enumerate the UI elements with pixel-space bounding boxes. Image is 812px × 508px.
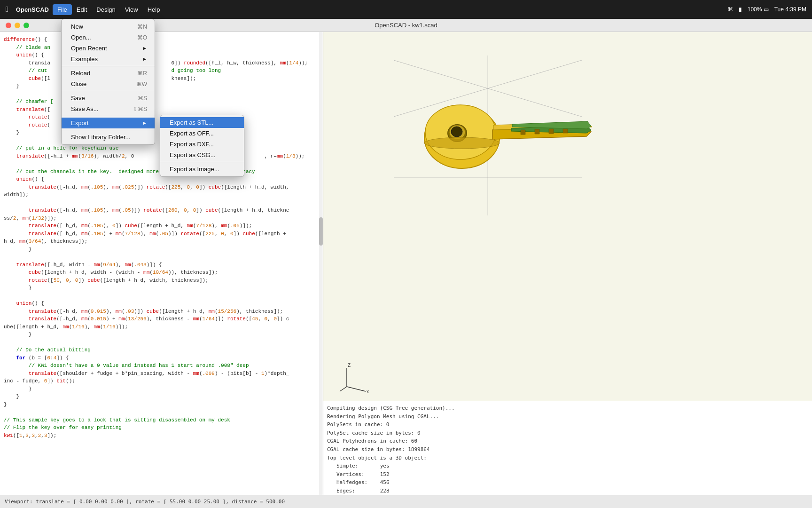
console-line-11: Edges: 228	[327, 487, 808, 495]
battery-level: 100% ▭	[748, 6, 769, 13]
menu-separator-3	[62, 116, 155, 116]
menubar-edit[interactable]: Edit	[72, 4, 92, 15]
console-line-6: CGAL cache size in bytes: 1899864	[327, 445, 808, 454]
menu-item-save-as-shortcut: ⇧⌘S	[133, 106, 147, 112]
3d-key-rendering	[370, 56, 605, 220]
svg-point-17	[424, 137, 500, 149]
viewport-panel: Z x Compiling design (CSG Tree generatio…	[323, 32, 812, 495]
menu-item-export-image[interactable]: Export as Image...	[160, 164, 244, 175]
menu-item-reload-label: Reload	[71, 70, 90, 77]
axis-indicator: Z x	[337, 363, 366, 391]
menu-item-save-shortcut: ⌘S	[138, 95, 147, 102]
console-panel: Compiling design (CSG Tree generation)..…	[323, 401, 812, 495]
open-recent-arrow-icon: ►	[142, 46, 147, 51]
menu-item-new[interactable]: New ⌘N	[62, 21, 155, 32]
viewport-status: Viewport: translate = [ 0.00 0.00 0.00 ]…	[5, 499, 285, 505]
wifi-icon: ⌘	[727, 6, 733, 13]
menubar-view[interactable]: View	[120, 4, 143, 15]
battery-icon: ▮	[739, 6, 742, 13]
menu-item-open[interactable]: Open... ⌘O	[62, 32, 155, 43]
menu-item-examples-label: Examples	[71, 56, 98, 63]
menubar-right: ⌘ ▮ 100% ▭ Tue 4:39 PM	[727, 6, 806, 13]
menu-item-export-off-label: Export as OFF...	[170, 130, 214, 137]
menu-item-examples[interactable]: Examples ►	[62, 54, 155, 64]
menu-item-show-library[interactable]: Show Library Folder...	[62, 132, 155, 143]
menu-item-export-stl-label: Export as STL...	[170, 119, 213, 126]
export-submenu-separator	[160, 162, 244, 162]
console-line-8: Simple: yes	[327, 462, 808, 470]
console-line-2: Rendering Polygon Mesh using CGAL...	[327, 413, 808, 421]
menu-item-export-dxf[interactable]: Export as DXF...	[160, 139, 244, 150]
menu-item-save-as[interactable]: Save As... ⇧⌘S	[62, 103, 155, 114]
menu-item-save[interactable]: Save ⌘S	[62, 93, 155, 103]
menu-separator-4	[62, 130, 155, 130]
menu-item-export-off[interactable]: Export as OFF...	[160, 128, 244, 139]
menu-separator-2	[62, 91, 155, 91]
menu-item-export-image-label: Export as Image...	[170, 166, 219, 173]
code-editor[interactable]: difference() { // blade an union() { tra…	[0, 32, 323, 495]
menu-item-save-label: Save	[71, 95, 85, 102]
menu-item-show-library-label: Show Library Folder...	[71, 134, 130, 141]
svg-point-8	[451, 127, 462, 137]
window-controls	[6, 23, 29, 28]
code-editor-panel[interactable]: difference() { // blade an union() { tra…	[0, 32, 323, 495]
menu-item-reload[interactable]: Reload ⌘R	[62, 68, 155, 79]
maximize-button[interactable]	[23, 23, 29, 28]
menu-item-export-dxf-label: Export as DXF...	[170, 141, 214, 148]
console-line-3: PolySets in cache: 0	[327, 421, 808, 429]
svg-marker-14	[535, 129, 539, 134]
scrollbar-track[interactable]	[319, 32, 323, 495]
menu-item-reload-shortcut: ⌘R	[137, 70, 147, 77]
menu-item-save-as-label: Save As...	[71, 105, 99, 112]
svg-marker-16	[563, 129, 568, 133]
clock: Tue 4:39 PM	[774, 6, 806, 13]
menubar-help[interactable]: Help	[143, 4, 165, 15]
menu-item-open-shortcut: ⌘O	[137, 34, 147, 41]
menu-item-new-shortcut: ⌘N	[137, 24, 147, 30]
svg-text:Z: Z	[348, 363, 351, 368]
menu-item-export[interactable]: Export ►	[62, 118, 155, 128]
export-submenu[interactable]: Export as STL... Export as OFF... Export…	[160, 115, 244, 177]
file-menu-dropdown[interactable]: New ⌘N Open... ⌘O Open Recent ► Examples…	[61, 19, 155, 145]
menu-item-open-recent[interactable]: Open Recent ►	[62, 43, 155, 54]
menu-item-open-recent-label: Open Recent	[71, 45, 107, 52]
menu-item-export-csg-label: Export as CSG...	[170, 151, 216, 159]
console-line-9: Vertices: 152	[327, 470, 808, 479]
apple-menu-icon[interactable]: 	[6, 5, 8, 14]
scrollbar-thumb[interactable]	[319, 217, 323, 246]
console-line-7: Top level object is a 3D object:	[327, 454, 808, 462]
statusbar: Viewport: translate = [ 0.00 0.00 0.00 ]…	[0, 495, 812, 508]
menubar-design[interactable]: Design	[92, 4, 120, 15]
3d-viewport[interactable]: Z x	[323, 32, 812, 401]
svg-marker-15	[549, 129, 554, 134]
menubar-file[interactable]: File	[53, 4, 72, 15]
menu-separator-1	[62, 66, 155, 66]
menu-item-export-label: Export	[71, 119, 89, 127]
menu-item-new-label: New	[71, 23, 83, 30]
export-arrow-icon: ►	[142, 120, 147, 126]
menu-item-close[interactable]: Close ⌘W	[62, 79, 155, 89]
svg-text:x: x	[367, 389, 369, 394]
console-line-1: Compiling design (CSG Tree generation)..…	[327, 404, 808, 413]
app-name: OpenSCAD	[16, 6, 49, 13]
svg-marker-13	[521, 130, 525, 135]
console-line-10: Halfedges: 456	[327, 478, 808, 487]
minimize-button[interactable]	[15, 23, 20, 28]
menu-item-close-label: Close	[71, 80, 86, 87]
console-line-5: CGAL Polyhedrons in cache: 60	[327, 437, 808, 445]
menu-item-close-shortcut: ⌘W	[136, 81, 147, 87]
menu-item-export-stl[interactable]: Export as STL...	[160, 117, 244, 128]
examples-arrow-icon: ►	[142, 56, 147, 62]
svg-line-22	[340, 387, 347, 391]
menu-item-open-label: Open...	[71, 34, 91, 41]
close-button[interactable]	[6, 23, 11, 28]
window-title: OpenSCAD - kw1.scad	[375, 22, 437, 29]
menubar:  OpenSCAD File Edit Design View Help ⌘ …	[0, 0, 812, 19]
console-line-4: PolySet cache size in bytes: 0	[327, 429, 808, 437]
svg-line-20	[347, 387, 366, 391]
menu-item-export-csg[interactable]: Export as CSG...	[160, 150, 244, 160]
